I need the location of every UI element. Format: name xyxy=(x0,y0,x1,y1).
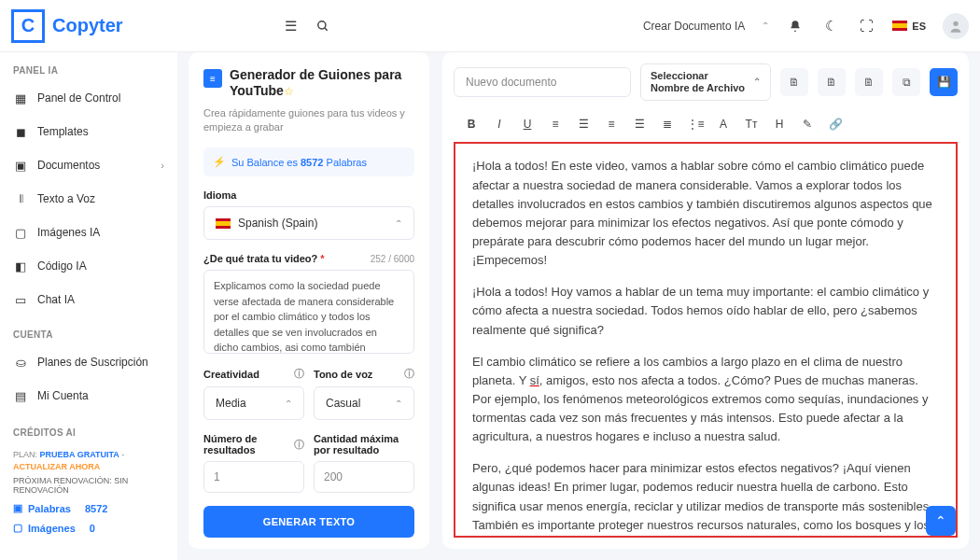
search-icon[interactable] xyxy=(314,17,332,35)
images-icon: ▢ xyxy=(13,522,22,534)
idioma-value: Spanish (Spain) xyxy=(238,217,317,230)
sidebar-item-documents[interactable]: ▣Documentos› xyxy=(0,148,177,182)
balance-badge: ⚡ Su Balance es 8572 Palabras xyxy=(203,147,414,176)
logo[interactable]: C Copyter xyxy=(11,9,123,43)
chevron-up-icon: ⌃ xyxy=(762,21,769,31)
font-icon[interactable]: A xyxy=(715,116,732,133)
link-icon[interactable]: 🔗 xyxy=(827,116,844,133)
chevron-up-icon: ⌃ xyxy=(753,77,761,88)
renewal-info: PRÓXIMA RENOVACIÓN: SIN RENOVACIÓN xyxy=(13,476,164,495)
info-icon[interactable]: ⓘ xyxy=(294,367,304,381)
document-name-input[interactable]: Nuevo documento xyxy=(454,67,631,97)
chevron-up-icon: ⌃ xyxy=(285,399,292,409)
language-selector[interactable]: ES xyxy=(892,21,926,32)
align-center-icon[interactable]: ☰ xyxy=(575,116,592,133)
logo-mark: C xyxy=(11,9,45,43)
creatividad-label: Creatividadⓘ xyxy=(203,367,304,381)
creatividad-select[interactable]: Media⌃ xyxy=(203,386,304,420)
svg-point-2 xyxy=(953,21,958,25)
font-size-icon[interactable]: Tт xyxy=(743,116,760,133)
template-title: Generador de Guiones para YouTube xyxy=(230,67,401,98)
svg-line-1 xyxy=(324,27,327,30)
code-icon: ◧ xyxy=(13,259,28,273)
image-icon: ▢ xyxy=(13,225,28,240)
heading-icon[interactable]: H xyxy=(771,116,788,133)
favorite-star-icon[interactable]: ☆ xyxy=(284,85,294,98)
export-txt-icon[interactable]: 🗎 xyxy=(855,68,883,96)
copy-icon[interactable]: ⧉ xyxy=(892,68,920,96)
sidebar-label: Panel de Control xyxy=(37,91,120,105)
sidebar-item-dashboard[interactable]: ▦Panel de Control xyxy=(0,81,177,115)
tono-select[interactable]: Casual⌃ xyxy=(314,386,414,420)
template-subtitle: Crea rápidamente guiones para tus videos… xyxy=(203,106,414,135)
upgrade-link[interactable]: ACTUALIZAR AHORA xyxy=(13,462,100,471)
audio-icon: ⦀ xyxy=(13,191,28,206)
sidebar-item-templates[interactable]: ◼Templates xyxy=(0,115,177,148)
highlight-icon[interactable]: ✎ xyxy=(799,116,816,133)
maxres-input[interactable]: 200 xyxy=(314,461,414,493)
sidebar-label: Planes de Suscripción xyxy=(37,356,148,369)
sidebar-item-plans[interactable]: ⛀Planes de Suscripción xyxy=(0,345,177,379)
maxres-label: Cantidad máxima por resultado xyxy=(314,433,414,455)
create-doc-link[interactable]: Crear Documento IA xyxy=(643,20,745,33)
sidebar-label: Chat IA xyxy=(37,293,75,306)
align-left-icon[interactable]: ≡ xyxy=(547,116,564,133)
info-icon[interactable]: ⓘ xyxy=(404,367,414,381)
menu-toggle-icon[interactable]: ☰ xyxy=(282,17,301,35)
topic-textarea[interactable]: Explicamos como la sociedad puede verse … xyxy=(203,270,414,354)
sidebar-label: Documentos xyxy=(37,159,100,172)
export-word-icon[interactable]: 🗎 xyxy=(780,68,808,96)
numres-input[interactable]: 1 xyxy=(203,461,304,493)
sidebar-label: Templates xyxy=(37,125,89,138)
chat-icon: ▭ xyxy=(13,292,28,307)
app-header: C Copyter ☰ Crear Documento IA ⌃ ☾ ⛶ ES xyxy=(0,0,980,52)
sidebar-item-code[interactable]: ◧Código IA xyxy=(0,249,177,283)
ordered-list-icon[interactable]: ≣ xyxy=(659,116,676,133)
editor-content[interactable]: ¡Hola a todos! En este video, vamos a ha… xyxy=(454,142,958,538)
credits-words: ▣Palabras 8572 xyxy=(13,502,164,514)
numres-label: Número de resultadosⓘ xyxy=(203,433,304,455)
paragraph: Pero, ¿qué podemos hacer para minimizar … xyxy=(472,459,939,538)
credits-images: ▢Imágenes 0 xyxy=(13,522,164,534)
sidebar-item-account[interactable]: ▤Mi Cuenta xyxy=(0,379,177,413)
idioma-select[interactable]: Spanish (Spain) ⌃ xyxy=(203,206,414,240)
sidebar-section-credits: CRÉDITOS AI xyxy=(13,422,164,443)
editor-toolbar: B I U ≡ ☰ ≡ ☰ ≣ ⋮≡ A Tт H ✎ 🔗 xyxy=(454,108,958,143)
dashboard-icon: ▦ xyxy=(13,91,28,105)
scroll-top-button[interactable]: ⌃ xyxy=(926,506,956,536)
plan-info: PLAN: PRUEBA GRATUITA - ACTUALIZAR AHORA xyxy=(13,449,164,472)
sidebar-item-images[interactable]: ▢Imágenes IA xyxy=(0,216,177,249)
templates-icon: ◼ xyxy=(13,124,28,139)
generate-button[interactable]: GENERAR TEXTO xyxy=(203,506,414,538)
svg-point-0 xyxy=(317,21,325,28)
bell-icon[interactable] xyxy=(786,17,805,35)
underline-icon[interactable]: U xyxy=(519,116,536,133)
user-avatar[interactable] xyxy=(943,13,969,39)
generator-form: ≡ Generador de Guiones para YouTube☆ Cre… xyxy=(189,52,429,549)
italic-icon[interactable]: I xyxy=(491,116,508,133)
flag-es-icon xyxy=(892,21,907,31)
save-button[interactable]: 💾 xyxy=(930,68,958,96)
topic-label: ¿De qué trata tu video? * 252 / 6000 xyxy=(203,253,414,264)
sidebar-section-cuenta: CUENTA xyxy=(0,316,177,345)
file-name-select[interactable]: Seleccionar Nombre de Archivo ⌃ xyxy=(640,63,771,101)
sidebar-item-chat[interactable]: ▭Chat IA xyxy=(0,283,177,316)
unordered-list-icon[interactable]: ⋮≡ xyxy=(687,116,704,133)
align-justify-icon[interactable]: ☰ xyxy=(631,116,648,133)
documents-icon: ▣ xyxy=(13,158,28,173)
chevron-up-icon: ⌃ xyxy=(395,399,402,409)
template-icon: ≡ xyxy=(203,69,222,88)
char-counter: 252 / 6000 xyxy=(371,254,414,264)
lang-code: ES xyxy=(912,21,926,32)
sidebar-section-panel: PANEL IA xyxy=(0,52,177,81)
info-icon[interactable]: ⓘ xyxy=(294,438,304,452)
bold-icon[interactable]: B xyxy=(463,116,480,133)
align-right-icon[interactable]: ≡ xyxy=(603,116,620,133)
sidebar-label: Texto a Voz xyxy=(37,192,95,205)
dark-mode-icon[interactable]: ☾ xyxy=(821,17,840,35)
tono-label: Tono de vozⓘ xyxy=(314,367,414,381)
export-pdf-icon[interactable]: 🗎 xyxy=(818,68,846,96)
sidebar-item-tts[interactable]: ⦀Texto a Voz xyxy=(0,182,177,216)
paragraph: El cambio climático se refiere a los cam… xyxy=(472,353,939,447)
fullscreen-icon[interactable]: ⛶ xyxy=(857,17,875,35)
